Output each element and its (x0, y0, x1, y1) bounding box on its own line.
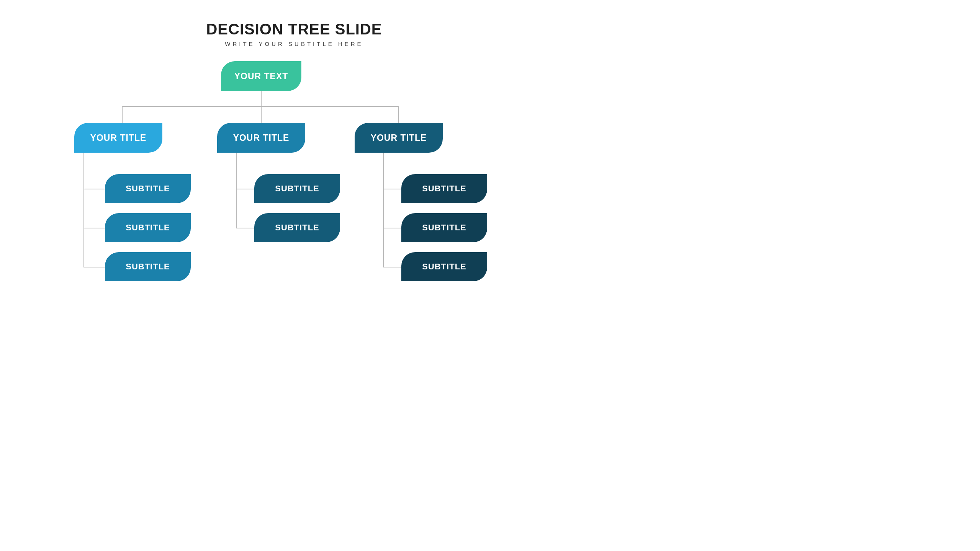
leaf-node-2-2: SUBTITLE (254, 213, 340, 242)
leaf-node-3-1: SUBTITLE (401, 174, 487, 203)
connector-line (122, 106, 399, 107)
connector-line (236, 189, 256, 189)
connector-line (383, 267, 403, 267)
root-node: YOUR TEXT (221, 61, 301, 91)
branch-node-2: YOUR TITLE (217, 123, 305, 153)
connector-line (383, 228, 403, 228)
leaf-node-2-1: SUBTITLE (254, 174, 340, 203)
leaf-node-3-2: SUBTITLE (401, 213, 487, 242)
connector-line (383, 189, 403, 189)
connector-line (398, 106, 399, 123)
connector-line (236, 153, 237, 228)
connector-line (383, 153, 384, 267)
branch-node-1: YOUR TITLE (74, 123, 162, 153)
slide-subtitle: WRITE YOUR SUBTITLE HERE (225, 41, 363, 47)
connector-line (83, 267, 106, 267)
connector-line (261, 91, 262, 106)
leaf-node-1-3: SUBTITLE (105, 252, 191, 281)
decision-tree-slide: DECISION TREE SLIDE WRITE YOUR SUBTITLE … (0, 0, 588, 331)
connector-line (122, 106, 123, 123)
branch-node-3: YOUR TITLE (355, 123, 443, 153)
leaf-node-3-3: SUBTITLE (401, 252, 487, 281)
connector-line (83, 228, 106, 228)
connector-line (261, 106, 262, 123)
slide-title: DECISION TREE SLIDE (206, 21, 382, 38)
leaf-node-1-1: SUBTITLE (105, 174, 191, 203)
connector-line (236, 228, 256, 228)
leaf-node-1-2: SUBTITLE (105, 213, 191, 242)
connector-line (83, 153, 84, 267)
connector-line (83, 189, 106, 189)
